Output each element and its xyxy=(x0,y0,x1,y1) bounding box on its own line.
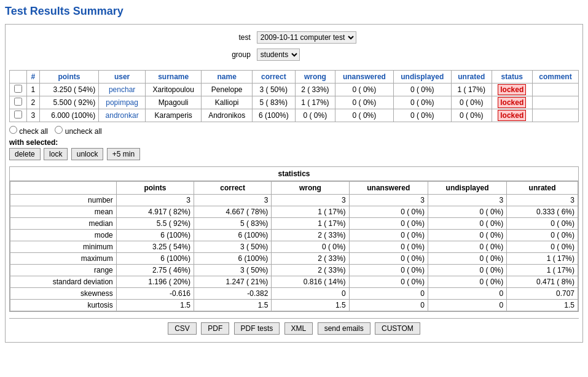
stats-cell-undisplayed: 0 ( 0%) xyxy=(428,218,506,230)
row-checkbox[interactable] xyxy=(14,111,22,119)
check-all-label: check all xyxy=(9,127,50,136)
row-checkbox-cell xyxy=(10,109,27,122)
row-undisplayed: 0 ( 0%) xyxy=(393,84,451,96)
delete-button[interactable]: delete xyxy=(9,148,41,160)
stats-cell-undisplayed: 0 ( 0%) xyxy=(428,276,506,288)
lock-button[interactable]: lock xyxy=(44,148,68,160)
user-link[interactable]: andronkar xyxy=(106,111,139,120)
stats-cell-correct: 1.5 xyxy=(194,300,272,311)
col-wrong: wrong xyxy=(295,71,335,84)
row-name: Penelope xyxy=(202,84,253,96)
stats-cell-label: mean xyxy=(10,206,117,218)
action-buttons: delete lock unlock +5 min xyxy=(9,148,579,160)
send-emails-button[interactable]: send emails xyxy=(318,322,370,335)
footer-buttons: CSV PDF PDF tests XML send emails CUSTOM xyxy=(9,318,579,338)
table-row: 13.250 ( 54%)pencharXaritopoulouPenelope… xyxy=(10,84,579,96)
user-link[interactable]: popimpag xyxy=(106,98,138,107)
stats-cell-undisplayed: 0 ( 0%) xyxy=(428,265,506,276)
stats-cell-label: kurtosis xyxy=(10,300,117,311)
stats-cell-wrong: 2 ( 33%) xyxy=(272,253,349,265)
check-all-radio[interactable] xyxy=(9,126,17,134)
stats-cell-unanswered: 3 xyxy=(349,195,428,206)
statistics-section: statistics points correct wrong unanswer… xyxy=(9,166,579,312)
row-comment xyxy=(532,109,578,122)
csv-button[interactable]: CSV xyxy=(168,322,197,335)
row-points: 5.500 ( 92%) xyxy=(39,96,99,109)
row-unrated: 1 ( 17%) xyxy=(451,84,492,96)
table-row: 25.500 ( 92%)popimpagMpagouliKalliopi5 (… xyxy=(10,96,579,109)
statistics-table: points correct wrong unanswered undispla… xyxy=(10,181,578,311)
row-status: locked xyxy=(492,109,532,122)
plus5min-button[interactable]: +5 min xyxy=(107,148,140,160)
stats-cell-undisplayed: 0 ( 0%) xyxy=(428,253,506,265)
top-controls: test 2009-10-11 computer test group stud… xyxy=(9,28,579,64)
stats-cell-unrated: 0.333 ( 6%) xyxy=(507,206,578,218)
col-name: name xyxy=(202,71,253,84)
stats-cell-points: 3 xyxy=(116,195,194,206)
row-name: Kalliopi xyxy=(202,96,253,109)
stats-cell-unrated: 0 ( 0%) xyxy=(507,241,578,253)
col-unanswered: unanswered xyxy=(335,71,393,84)
stats-cell-wrong: 0 xyxy=(272,288,349,300)
statistics-title: statistics xyxy=(10,167,578,181)
results-table-header: # points user surname name correct wrong… xyxy=(10,71,579,84)
stats-cell-correct: 5 ( 83%) xyxy=(194,218,272,230)
pdf-tests-button[interactable]: PDF tests xyxy=(234,322,280,335)
stats-row: standard deviation1.196 ( 20%)1.247 ( 21… xyxy=(10,276,578,288)
stats-cell-unanswered: 0 ( 0%) xyxy=(349,276,428,288)
stats-cell-unrated: 0.707 xyxy=(507,288,578,300)
row-num: 2 xyxy=(26,96,39,109)
test-label: test xyxy=(229,29,253,45)
stats-row: mean4.917 ( 82%)4.667 ( 78%)1 ( 17%)0 ( … xyxy=(10,206,578,218)
stats-cell-undisplayed: 0 ( 0%) xyxy=(428,206,506,218)
col-user: user xyxy=(99,71,146,84)
row-undisplayed: 0 ( 0%) xyxy=(393,96,451,109)
stats-cell-points: -0.616 xyxy=(116,288,194,300)
stats-cell-undisplayed: 0 ( 0%) xyxy=(428,241,506,253)
results-tbody: 13.250 ( 54%)pencharXaritopoulouPenelope… xyxy=(10,84,579,122)
row-comment xyxy=(532,96,578,109)
stats-cell-label: skewness xyxy=(10,288,117,300)
stats-cell-unrated: 0.471 ( 8%) xyxy=(507,276,578,288)
stats-cell-wrong: 1.5 xyxy=(272,300,349,311)
row-surname: Karamperis xyxy=(146,109,202,122)
user-link[interactable]: penchar xyxy=(109,85,135,94)
group-select[interactable]: students xyxy=(257,49,300,61)
row-checkbox[interactable] xyxy=(14,85,22,93)
row-surname: Xaritopoulou xyxy=(146,84,202,96)
stats-cell-unanswered: 0 xyxy=(349,288,428,300)
custom-button[interactable]: CUSTOM xyxy=(375,322,420,335)
stats-cell-wrong: 1 ( 17%) xyxy=(272,206,349,218)
stats-row: number333333 xyxy=(10,195,578,206)
stats-cell-wrong: 1 ( 17%) xyxy=(272,218,349,230)
stats-cell-unrated: 3 xyxy=(507,195,578,206)
test-select-cell: 2009-10-11 computer test xyxy=(254,29,359,45)
row-wrong: 0 ( 0%) xyxy=(295,109,335,122)
stats-cell-unanswered: 0 ( 0%) xyxy=(349,230,428,241)
test-select[interactable]: 2009-10-11 computer test xyxy=(257,31,356,44)
col-status: status xyxy=(492,71,532,84)
row-checkbox[interactable] xyxy=(14,98,22,106)
row-unanswered: 0 ( 0%) xyxy=(335,96,393,109)
unlock-button[interactable]: unlock xyxy=(71,148,104,160)
stats-cell-unrated: 0 ( 0%) xyxy=(507,218,578,230)
stats-cell-correct: 6 (100%) xyxy=(194,253,272,265)
status-badge: locked xyxy=(498,97,526,108)
xml-button[interactable]: XML xyxy=(284,322,313,335)
stats-cell-wrong: 3 xyxy=(272,195,349,206)
uncheck-all-radio[interactable] xyxy=(55,126,63,134)
stats-cell-points: 2.75 ( 46%) xyxy=(116,265,194,276)
row-comment xyxy=(532,84,578,96)
stats-cell-points: 5.5 ( 92%) xyxy=(116,218,194,230)
uncheck-all-label: uncheck all xyxy=(55,127,101,136)
stats-cell-points: 1.5 xyxy=(116,300,194,311)
group-row: group students xyxy=(229,47,359,63)
controls-table: test 2009-10-11 computer test group stud… xyxy=(228,28,360,64)
pdf-button[interactable]: PDF xyxy=(201,322,229,335)
row-status: locked xyxy=(492,96,532,109)
col-unrated: unrated xyxy=(451,71,492,84)
stats-cell-wrong: 0 ( 0%) xyxy=(272,241,349,253)
header-row: # points user surname name correct wrong… xyxy=(10,71,579,84)
row-user: popimpag xyxy=(99,96,146,109)
group-select-cell: students xyxy=(254,47,359,63)
